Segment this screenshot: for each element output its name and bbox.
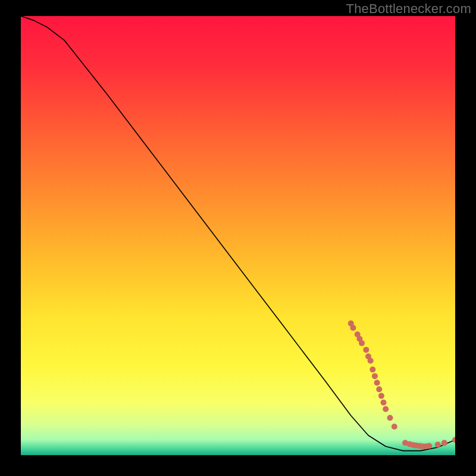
data-point — [426, 443, 432, 449]
data-point — [441, 440, 447, 446]
data-point — [376, 386, 382, 392]
data-point — [381, 399, 387, 405]
data-point — [387, 415, 393, 421]
watermark-text: TheBottlenecker.com — [346, 1, 471, 17]
plot-area — [21, 16, 455, 455]
chart-container: TheBottlenecker.com — [0, 0, 476, 476]
data-point — [363, 347, 369, 353]
data-point — [392, 424, 397, 430]
data-point — [369, 367, 375, 372]
data-point — [435, 441, 441, 447]
data-point — [368, 358, 374, 364]
data-point — [372, 373, 378, 379]
data-point — [383, 406, 389, 412]
gradient-background — [21, 16, 455, 455]
bottleneck-chart — [21, 16, 455, 455]
data-point — [374, 380, 380, 386]
data-point — [359, 340, 365, 346]
data-point — [350, 325, 356, 331]
data-point — [378, 393, 384, 399]
